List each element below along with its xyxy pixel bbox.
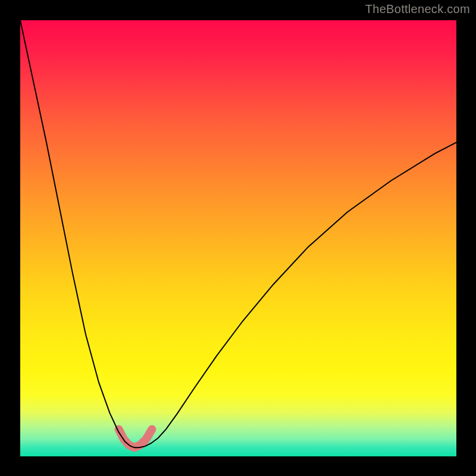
- watermark-text: TheBottleneck.com: [365, 2, 470, 16]
- chart-svg: [20, 20, 456, 456]
- plot-area: [20, 20, 456, 456]
- main-curve: [20, 20, 456, 447]
- chart-frame: TheBottleneck.com: [0, 0, 476, 476]
